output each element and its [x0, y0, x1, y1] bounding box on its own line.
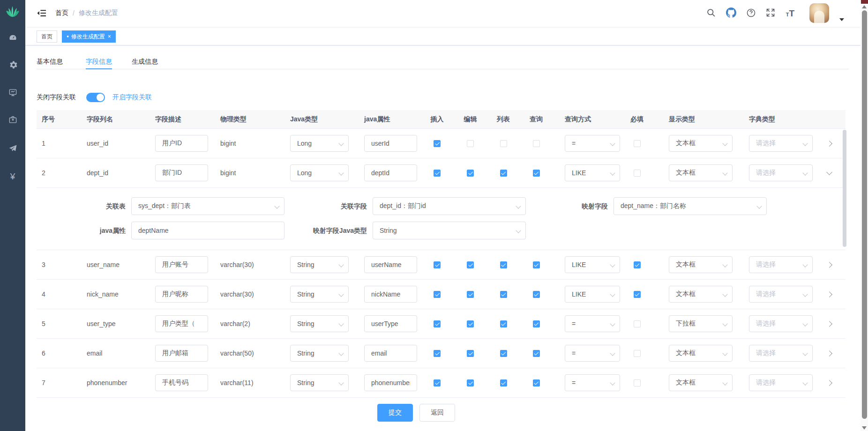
- query-checkbox[interactable]: [533, 170, 540, 177]
- query-checkbox[interactable]: [533, 350, 540, 357]
- search-button[interactable]: [703, 6, 718, 21]
- required-checkbox[interactable]: [634, 261, 641, 268]
- field-desc-input[interactable]: [155, 374, 208, 391]
- html-type-select[interactable]: 文本框: [669, 286, 733, 303]
- list-checkbox[interactable]: [500, 170, 507, 177]
- tag-home[interactable]: 首页: [37, 30, 57, 43]
- tag-edit-gen-config[interactable]: ● 修改生成配置 ×: [62, 30, 116, 43]
- sidebar-item-tools[interactable]: [0, 110, 25, 131]
- dict-type-select[interactable]: 请选择: [749, 286, 813, 303]
- sidebar-item-pay[interactable]: ¥: [0, 166, 25, 187]
- html-type-select[interactable]: 文本框: [669, 256, 733, 273]
- query-checkbox[interactable]: [533, 379, 540, 386]
- java-type-select[interactable]: String: [290, 256, 349, 273]
- expand-chevron-icon[interactable]: [826, 380, 832, 386]
- java-type-select[interactable]: String: [290, 315, 349, 332]
- required-checkbox[interactable]: [634, 140, 641, 147]
- list-checkbox[interactable]: [500, 261, 507, 268]
- insert-checkbox[interactable]: [434, 170, 441, 177]
- back-button[interactable]: 返回: [419, 404, 455, 422]
- insert-checkbox[interactable]: [434, 261, 441, 268]
- expand-chevron-icon[interactable]: [826, 350, 832, 357]
- query-checkbox[interactable]: [533, 320, 540, 327]
- dict-type-select[interactable]: 请选择: [749, 256, 813, 273]
- field-desc-input[interactable]: [155, 164, 208, 181]
- github-button[interactable]: [724, 6, 739, 21]
- java-field-input[interactable]: [364, 286, 417, 303]
- expand-chevron-icon[interactable]: [826, 169, 832, 175]
- submit-button[interactable]: 提交: [377, 404, 413, 422]
- edit-checkbox[interactable]: [467, 140, 474, 147]
- query-type-select[interactable]: LIKE: [565, 256, 620, 273]
- java-attr-input[interactable]: [131, 222, 284, 239]
- java-type-select[interactable]: Long: [290, 135, 349, 152]
- java-field-input[interactable]: [364, 345, 417, 362]
- tag-close-icon[interactable]: ×: [108, 33, 111, 40]
- user-avatar[interactable]: [809, 3, 829, 23]
- html-type-select[interactable]: 文本框: [669, 164, 733, 181]
- html-type-select[interactable]: 文本框: [669, 374, 733, 391]
- html-type-select[interactable]: 文本框: [669, 135, 733, 152]
- sidebar-item-website[interactable]: [0, 139, 25, 159]
- help-button[interactable]: [743, 6, 758, 21]
- expand-chevron-icon[interactable]: [826, 291, 832, 297]
- insert-checkbox[interactable]: [434, 291, 441, 298]
- query-type-select[interactable]: =: [565, 374, 620, 391]
- table-scrollbar-thumb[interactable]: [843, 130, 846, 247]
- java-type-select[interactable]: String: [290, 345, 349, 362]
- breadcrumb-home[interactable]: 首页: [55, 9, 68, 17]
- scroll-up-arrow-icon[interactable]: [862, 5, 867, 8]
- font-size-button[interactable]: TT: [783, 6, 798, 21]
- sidebar-item-system[interactable]: [0, 55, 25, 76]
- list-checkbox[interactable]: [500, 291, 507, 298]
- list-checkbox[interactable]: [500, 140, 507, 147]
- mapping-field-select[interactable]: dept_name：部门名称: [614, 197, 767, 215]
- relation-field-select[interactable]: dept_id：部门id: [373, 197, 526, 215]
- html-type-select[interactable]: 下拉框: [669, 315, 733, 332]
- query-type-select[interactable]: =: [565, 345, 620, 362]
- relation-toggle-switch[interactable]: [86, 93, 105, 102]
- tab-field-info[interactable]: 字段信息: [86, 54, 112, 69]
- field-desc-input[interactable]: [155, 135, 208, 152]
- query-checkbox[interactable]: [533, 261, 540, 268]
- java-field-input[interactable]: [364, 135, 417, 152]
- query-type-select[interactable]: LIKE: [565, 164, 620, 181]
- field-desc-input[interactable]: [155, 286, 208, 303]
- query-type-select[interactable]: =: [565, 315, 620, 332]
- dict-type-select[interactable]: 请选择: [749, 164, 813, 181]
- sidebar-item-dashboard[interactable]: [0, 28, 25, 48]
- edit-checkbox[interactable]: [467, 350, 474, 357]
- tab-gen-info[interactable]: 生成信息: [132, 54, 158, 69]
- browser-scrollbar-thumb[interactable]: [862, 10, 867, 419]
- edit-checkbox[interactable]: [467, 170, 474, 177]
- list-checkbox[interactable]: [500, 379, 507, 386]
- sidebar-collapse-button[interactable]: [37, 8, 47, 18]
- expand-chevron-icon[interactable]: [826, 321, 832, 327]
- scroll-down-arrow-icon[interactable]: [862, 426, 867, 430]
- sidebar-item-monitor[interactable]: [0, 83, 25, 104]
- tab-basic-info[interactable]: 基本信息: [37, 54, 63, 69]
- dict-type-select[interactable]: 请选择: [749, 374, 813, 391]
- dict-type-select[interactable]: 请选择: [749, 315, 813, 332]
- dict-type-select[interactable]: 请选择: [749, 135, 813, 152]
- required-checkbox[interactable]: [634, 379, 641, 386]
- java-type-select[interactable]: String: [290, 286, 349, 303]
- edit-checkbox[interactable]: [467, 320, 474, 327]
- query-type-select[interactable]: LIKE: [565, 286, 620, 303]
- avatar-caret-down-icon[interactable]: [839, 18, 844, 21]
- expand-chevron-icon[interactable]: [826, 262, 832, 268]
- java-field-input[interactable]: [364, 374, 417, 391]
- query-checkbox[interactable]: [533, 140, 540, 147]
- insert-checkbox[interactable]: [434, 379, 441, 386]
- field-desc-input[interactable]: [155, 256, 208, 273]
- insert-checkbox[interactable]: [434, 140, 441, 147]
- edit-checkbox[interactable]: [467, 379, 474, 386]
- expand-chevron-icon[interactable]: [826, 141, 832, 147]
- field-desc-input[interactable]: [155, 345, 208, 362]
- field-desc-input[interactable]: [155, 315, 208, 332]
- list-checkbox[interactable]: [500, 350, 507, 357]
- list-checkbox[interactable]: [500, 320, 507, 327]
- html-type-select[interactable]: 文本框: [669, 345, 733, 362]
- insert-checkbox[interactable]: [434, 350, 441, 357]
- relation-toggle-link[interactable]: 开启字段关联: [112, 93, 152, 102]
